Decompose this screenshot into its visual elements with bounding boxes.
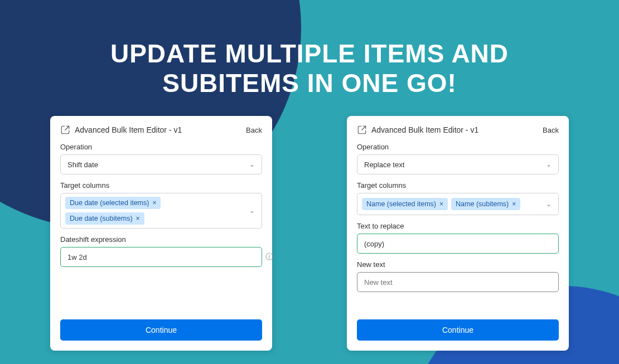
column-tag: Due date (subitems) × (65, 212, 144, 225)
tag-label: Name (selected items) (366, 200, 436, 208)
new-text-input[interactable] (357, 272, 559, 292)
operation-label: Operation (60, 143, 262, 151)
headline-line2: SUBITEMS IN ONE GO! (0, 69, 619, 98)
tag-remove-icon[interactable]: × (152, 199, 156, 207)
tag-label: Name (subitems) (456, 200, 509, 208)
text-to-replace-input[interactable] (357, 234, 559, 254)
chevron-down-icon: ⌄ (249, 207, 255, 215)
back-button[interactable]: Back (246, 126, 262, 134)
column-tag: Due date (selected items) × (65, 197, 161, 209)
panel-shift-date: Advanced Bulk Item Editor - v1 Back Oper… (50, 116, 272, 351)
target-columns-select[interactable]: Due date (selected items) × Due date (su… (60, 193, 262, 229)
continue-button[interactable]: Continue (60, 319, 262, 341)
tag-remove-icon[interactable]: × (439, 200, 443, 208)
headline: UPDATE MULTIPLE ITEMS AND SUBITEMS IN ON… (0, 39, 619, 98)
chevron-down-icon: ⌄ (249, 161, 255, 168)
operation-select[interactable]: Replace text ⌄ (357, 154, 559, 174)
panel-replace-text: Advanced Bulk Item Editor - v1 Back Oper… (347, 116, 569, 351)
target-columns-label: Target columns (60, 181, 262, 190)
panel-header: Advanced Bulk Item Editor - v1 Back (357, 125, 559, 135)
tag-remove-icon[interactable]: × (136, 215, 140, 222)
target-columns-select[interactable]: Name (selected items) × Name (subitems) … (357, 193, 559, 215)
operation-label: Operation (357, 143, 559, 151)
app-icon (60, 125, 70, 135)
operation-value: Shift date (67, 161, 98, 169)
text-to-replace-label: Text to replace (357, 222, 559, 230)
dateshift-expression-label: Dateshift expression (60, 235, 262, 244)
column-tag: Name (selected items) × (362, 198, 448, 210)
dateshift-expression-input[interactable] (60, 247, 262, 267)
target-columns-label: Target columns (357, 181, 559, 190)
tag-remove-icon[interactable]: × (512, 200, 516, 208)
panel-header: Advanced Bulk Item Editor - v1 Back (60, 125, 262, 135)
tag-label: Due date (selected items) (70, 199, 149, 207)
chevron-down-icon: ⌄ (546, 200, 552, 208)
info-icon[interactable]: ⓘ (265, 252, 273, 262)
continue-button[interactable]: Continue (357, 319, 559, 341)
chevron-down-icon: ⌄ (546, 161, 552, 168)
new-text-label: New text (357, 260, 559, 269)
panel-title: Advanced Bulk Item Editor - v1 (371, 125, 478, 134)
panel-title: Advanced Bulk Item Editor - v1 (75, 125, 182, 134)
operation-select[interactable]: Shift date ⌄ (60, 154, 262, 174)
app-icon (357, 125, 367, 135)
headline-line1: UPDATE MULTIPLE ITEMS AND (0, 39, 619, 69)
tag-label: Due date (subitems) (70, 215, 133, 222)
operation-value: Replace text (364, 161, 404, 169)
back-button[interactable]: Back (543, 126, 559, 134)
column-tag: Name (subitems) × (451, 198, 520, 210)
